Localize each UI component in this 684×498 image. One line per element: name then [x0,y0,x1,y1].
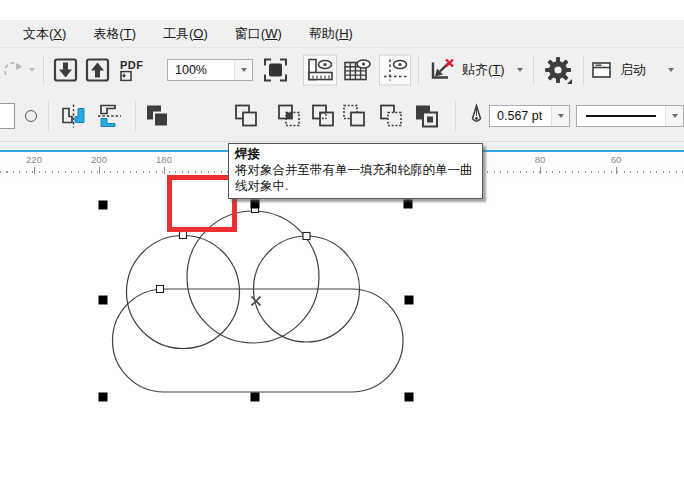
handle-middle-left[interactable] [99,296,108,305]
cloud-shape-selection[interactable] [0,0,684,498]
handle-top-right[interactable] [404,200,413,209]
node-right-circle[interactable] [303,233,310,240]
handle-bottom-right[interactable] [405,393,414,402]
node-left-circle[interactable] [180,232,187,239]
handle-top-center[interactable] [251,200,260,209]
app-window: { "menu": { "items": [ {"label_pre": "文本… [0,0,684,498]
tooltip-title: 焊接 [235,146,476,162]
left-circle[interactable] [127,236,240,349]
handle-top-left[interactable] [99,201,108,210]
object-nodes [157,206,311,293]
handle-bottom-center[interactable] [251,393,260,402]
handle-middle-right[interactable] [405,296,414,305]
middle-circle[interactable] [187,211,319,343]
pill-shape[interactable] [113,289,404,392]
node-pill[interactable] [157,286,164,293]
tooltip-body-line1: 将对象合并至带有单一填充和轮廓的单一曲 [235,162,476,178]
weld-tooltip: 焊接 将对象合并至带有单一填充和轮廓的单一曲 线对象中. [228,143,483,199]
handle-bottom-left[interactable] [99,393,108,402]
tooltip-body-line2: 线对象中. [235,178,476,194]
